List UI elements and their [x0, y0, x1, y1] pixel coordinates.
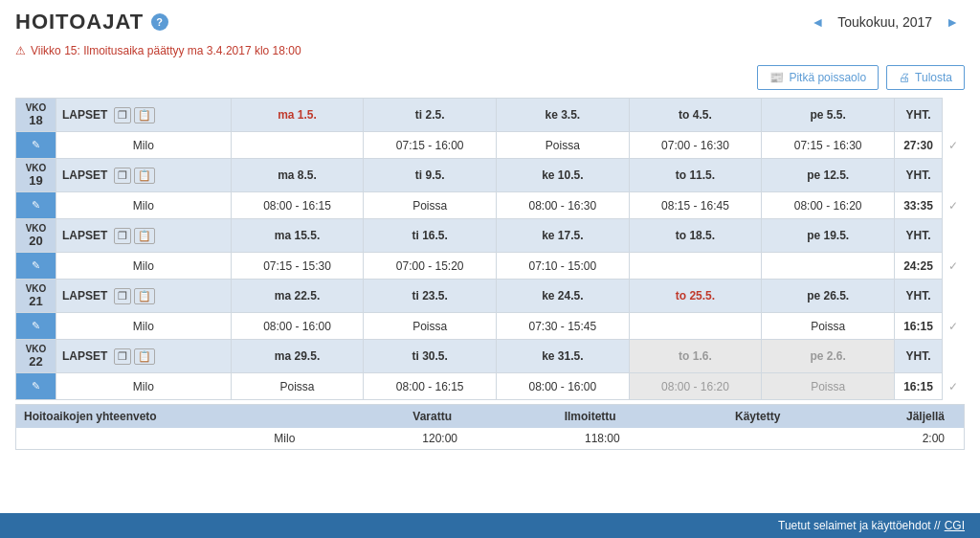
copy-week-button[interactable]: ❐: [114, 288, 131, 304]
week-label: VKO20: [16, 219, 56, 253]
day-header-w0-d4: pe 5.5.: [762, 99, 895, 132]
day-header-w0-d3: to 4.5.: [629, 99, 762, 132]
child-row: ✎Milo07:15 - 15:3007:00 - 15:2007:10 - 1…: [16, 253, 965, 280]
edit-button[interactable]: ✎: [26, 136, 46, 154]
child-name-cell: Milo: [56, 253, 232, 280]
summary-child-name: Milo: [16, 428, 314, 449]
paste-week-button[interactable]: 📋: [134, 168, 155, 184]
time-cell-w2-c0-d2[interactable]: 07:10 - 15:00: [497, 253, 630, 280]
day-header-w2-d1: ti 16.5.: [364, 219, 497, 253]
day-header-w2-d4: pe 19.5.: [762, 219, 895, 253]
time-cell-w4-c0-d1[interactable]: 08:00 - 16:15: [364, 373, 497, 400]
current-month: Toukokuu, 2017: [837, 14, 932, 30]
day-header-w0-d2: ke 3.5.: [497, 99, 630, 132]
lapset-label: LAPSET: [62, 349, 107, 363]
lapset-cell: LAPSET ❐ 📋: [56, 219, 232, 253]
time-cell-w2-c0-d1[interactable]: 07:00 - 15:20: [364, 253, 497, 280]
summary-row: Milo 120:00 118:00 2:00: [16, 428, 964, 449]
week-check: ✓: [943, 132, 965, 159]
week-label: VKO18: [16, 99, 56, 132]
time-cell-w4-c0-d4[interactable]: Poissa: [762, 373, 895, 400]
next-month-button[interactable]: ►: [940, 12, 965, 32]
warning-bar: ⚠ Viikko 15: Ilmoitusaika päättyy ma 3.4…: [0, 40, 980, 61]
time-cell-w3-c0-d1[interactable]: Poissa: [364, 313, 497, 340]
week-total: 27:30: [895, 132, 943, 159]
edit-cell: ✎: [16, 253, 56, 280]
week-check: ✓: [943, 313, 965, 340]
edit-cell: ✎: [16, 192, 56, 219]
day-header-w3-d2: ke 24.5.: [497, 280, 630, 313]
child-row: ✎Milo08:00 - 16:15Poissa08:00 - 16:3008:…: [16, 192, 965, 219]
help-icon[interactable]: ?: [151, 13, 168, 31]
time-cell-w4-c0-d0[interactable]: Poissa: [231, 373, 364, 400]
yht-label: YHT.: [895, 280, 943, 313]
time-cell-w3-c0-d0[interactable]: 08:00 - 16:00: [231, 313, 364, 340]
day-header-w0-d0: ma 1.5.: [231, 99, 364, 132]
page-title: HOITOAJAT: [15, 10, 144, 34]
footer-text: Tuetut selaimet ja käyttöehdot //: [778, 519, 941, 532]
summary-header: Hoitoaikojen yhteenveto Varattu Ilmoitet…: [16, 405, 964, 428]
week-total: 16:15: [895, 313, 943, 340]
print-button[interactable]: 🖨 Tulosta: [886, 65, 965, 90]
time-cell-w2-c0-d0[interactable]: 07:15 - 15:30: [231, 253, 364, 280]
time-cell-w3-c0-d2[interactable]: 07:30 - 15:45: [497, 313, 630, 340]
time-cell-w2-c0-d3: [629, 253, 762, 280]
time-cell-w4-c0-d2[interactable]: 08:00 - 16:00: [497, 373, 630, 400]
day-header-w1-d3: to 11.5.: [629, 159, 762, 192]
prev-month-button[interactable]: ◄: [805, 12, 830, 32]
day-header-w1-d0: ma 8.5.: [231, 159, 364, 192]
day-header-w3-d3: to 25.5.: [629, 280, 762, 313]
copy-week-button[interactable]: ❐: [114, 228, 131, 244]
summary-kaytetty: [639, 428, 802, 449]
time-cell-w2-c0-d4: [762, 253, 895, 280]
paste-week-button[interactable]: 📋: [134, 348, 155, 365]
lapset-cell: LAPSET ❐ 📋: [56, 280, 232, 313]
time-cell-w1-c0-d1[interactable]: Poissa: [364, 192, 497, 219]
day-header-w2-d2: ke 17.5.: [497, 219, 630, 253]
check-col: [943, 99, 965, 132]
week-header-row: VKO18 LAPSET ❐ 📋 ma 1.5.ti 2.5.ke 3.5.to…: [16, 99, 965, 132]
lapset-label: LAPSET: [62, 108, 107, 122]
time-cell-w1-c0-d0[interactable]: 08:00 - 16:15: [231, 192, 364, 219]
col-kaytetty-label: Käytetty: [635, 405, 800, 428]
edit-button[interactable]: ✎: [26, 257, 46, 275]
day-header-w2-d0: ma 15.5.: [231, 219, 364, 253]
time-cell-w1-c0-d4[interactable]: 08:00 - 16:20: [762, 192, 895, 219]
week-label: VKO22: [16, 340, 56, 373]
week-label: VKO19: [16, 159, 56, 192]
copy-week-button[interactable]: ❐: [114, 168, 131, 184]
edit-button[interactable]: ✎: [26, 377, 46, 395]
col-varattu-label: Varattu: [306, 405, 471, 428]
paste-week-button[interactable]: 📋: [134, 288, 155, 304]
copy-week-button[interactable]: ❐: [114, 348, 131, 365]
time-cell-w3-c0-d4[interactable]: Poissa: [762, 313, 895, 340]
copy-week-button[interactable]: ❐: [114, 107, 131, 123]
child-name-cell: Milo: [56, 132, 232, 159]
time-cell-w1-c0-d2[interactable]: 08:00 - 16:30: [497, 192, 630, 219]
main-content: VKO18 LAPSET ❐ 📋 ma 1.5.ti 2.5.ke 3.5.to…: [0, 98, 980, 513]
time-cell-w0-c0-d2[interactable]: Poissa: [497, 132, 630, 159]
yht-label: YHT.: [895, 159, 943, 192]
edit-button[interactable]: ✎: [26, 317, 46, 335]
long-absence-button[interactable]: 📰 Pitkä poissaolo: [757, 65, 879, 90]
edit-cell: ✎: [16, 132, 56, 159]
time-cell-w0-c0-d3[interactable]: 07:00 - 16:30: [629, 132, 762, 159]
child-name-cell: Milo: [56, 313, 232, 340]
time-cell-w1-c0-d3[interactable]: 08:15 - 16:45: [629, 192, 762, 219]
day-header-w4-d4: pe 2.6.: [762, 340, 895, 373]
footer-brand[interactable]: CGI: [945, 519, 965, 532]
warning-text: ⚠ Viikko 15: Ilmoitusaika päättyy ma 3.4…: [15, 44, 965, 57]
summary-varattu: 120:00: [314, 428, 477, 449]
paste-week-button[interactable]: 📋: [134, 228, 155, 244]
time-cell-w4-c0-d3[interactable]: 08:00 - 16:20: [629, 373, 762, 400]
time-cell-w0-c0-d4[interactable]: 07:15 - 16:30: [762, 132, 895, 159]
summary-section: Hoitoaikojen yhteenveto Varattu Ilmoitet…: [15, 404, 965, 450]
day-header-w3-d4: pe 26.5.: [762, 280, 895, 313]
paste-week-button[interactable]: 📋: [134, 107, 155, 123]
child-row: ✎Milo07:15 - 16:00Poissa07:00 - 16:3007:…: [16, 132, 965, 159]
edit-cell: ✎: [16, 313, 56, 340]
edit-button[interactable]: ✎: [26, 196, 46, 214]
day-header-w4-d1: ti 30.5.: [364, 340, 497, 373]
time-cell-w0-c0-d1[interactable]: 07:15 - 16:00: [364, 132, 497, 159]
child-name-cell: Milo: [56, 192, 232, 219]
